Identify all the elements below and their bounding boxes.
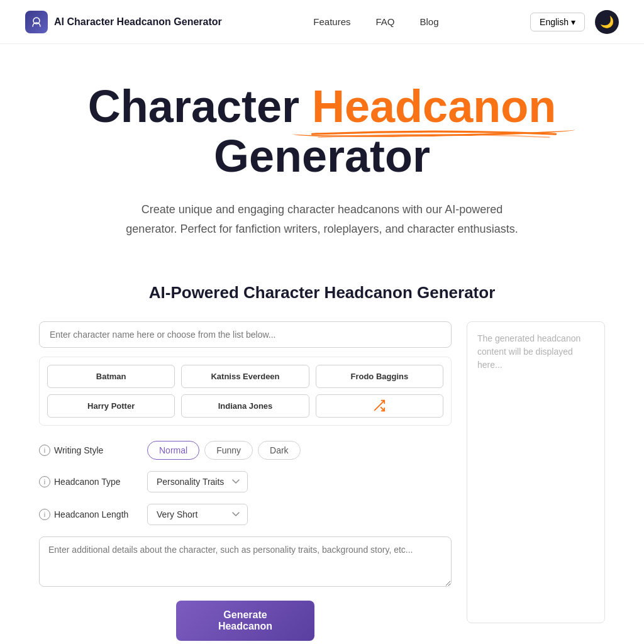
style-dark[interactable]: Dark: [258, 441, 301, 460]
nav-right: English ▾ 🌙: [530, 10, 619, 34]
style-normal[interactable]: Normal: [147, 441, 199, 460]
hero-section: Character Headcanon Generator Create uni…: [0, 44, 644, 258]
hero-title: Character Headcanon Generator: [25, 82, 619, 181]
brand-icon: [25, 11, 48, 33]
writing-style-label-group: i Writing Style: [39, 445, 140, 456]
details-textarea[interactable]: [39, 536, 452, 587]
headcanon-length-label-group: i Headcanon Length: [39, 509, 140, 520]
language-selector[interactable]: English ▾: [530, 13, 585, 31]
writing-style-row: i Writing Style Normal Funny Dark: [39, 441, 452, 460]
underline-decoration: [306, 128, 562, 140]
character-buttons-grid: Batman Katniss Everdeen Frodo Baggins Ha…: [39, 357, 452, 426]
headcanon-type-label-group: i Headcanon Type: [39, 476, 140, 487]
brand-name: AI Character Headcanon Generator: [54, 16, 222, 28]
headcanon-length-select[interactable]: Very Short Short Medium Long: [147, 504, 248, 525]
headcanon-length-info-icon[interactable]: i: [39, 509, 50, 520]
hero-subtitle: Create unique and engaging character hea…: [121, 200, 523, 238]
output-placeholder: The generated headcanon content will be …: [477, 332, 594, 372]
headcanon-type-label: Headcanon Type: [54, 477, 121, 487]
headcanon-length-label: Headcanon Length: [54, 509, 128, 519]
char-btn-frodo[interactable]: Frodo Baggins: [316, 365, 443, 388]
brand: AI Character Headcanon Generator: [25, 11, 222, 33]
dark-mode-toggle[interactable]: 🌙: [595, 10, 619, 34]
generator-layout: Batman Katniss Everdeen Frodo Baggins Ha…: [39, 321, 605, 641]
char-btn-harry[interactable]: Harry Potter: [47, 394, 175, 418]
navbar: AI Character Headcanon Generator Feature…: [0, 0, 644, 44]
char-btn-batman[interactable]: Batman: [47, 365, 175, 388]
char-btn-indiana[interactable]: Indiana Jones: [181, 394, 309, 418]
nav-links: Features FAQ Blog: [313, 16, 438, 27]
generator-section: AI-Powered Character Headcanon Generator…: [20, 283, 624, 641]
writing-style-info-icon[interactable]: i: [39, 445, 50, 456]
writing-style-label: Writing Style: [54, 445, 103, 455]
char-btn-katniss[interactable]: Katniss Everdeen: [181, 365, 309, 388]
character-input[interactable]: [39, 321, 452, 348]
headcanon-length-row: i Headcanon Length Very Short Short Medi…: [39, 504, 452, 525]
style-buttons: Normal Funny Dark: [147, 441, 301, 460]
nav-faq[interactable]: FAQ: [375, 16, 394, 27]
style-funny[interactable]: Funny: [204, 441, 253, 460]
shuffle-button[interactable]: [316, 394, 443, 418]
section-title: AI-Powered Character Headcanon Generator: [39, 283, 605, 303]
title-highlight: Headcanon: [312, 81, 556, 131]
headcanon-type-info-icon[interactable]: i: [39, 476, 50, 487]
headcanon-type-row: i Headcanon Type Personality Traits Back…: [39, 471, 452, 492]
generate-button[interactable]: Generate Headcanon: [176, 601, 314, 641]
right-panel: The generated headcanon content will be …: [467, 321, 605, 623]
title-part1: Character: [88, 81, 312, 131]
nav-blog[interactable]: Blog: [420, 16, 439, 27]
moon-icon: 🌙: [600, 15, 614, 29]
left-panel: Batman Katniss Everdeen Frodo Baggins Ha…: [39, 321, 452, 641]
shuffle-icon: [372, 399, 386, 413]
nav-features[interactable]: Features: [313, 16, 350, 27]
headcanon-type-select[interactable]: Personality Traits Backstory Relationshi…: [147, 471, 248, 492]
